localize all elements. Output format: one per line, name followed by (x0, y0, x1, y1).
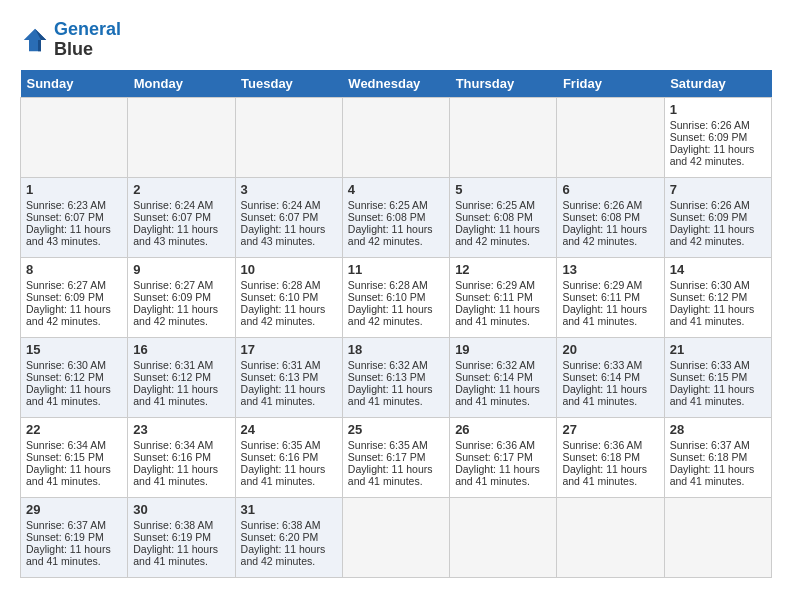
sunset-label: Sunset: 6:13 PM (241, 371, 319, 383)
calendar-cell: 11Sunrise: 6:28 AMSunset: 6:10 PMDayligh… (342, 257, 449, 337)
sunrise-label: Sunrise: 6:25 AM (348, 199, 428, 211)
calendar-cell (557, 97, 664, 177)
sunrise-label: Sunrise: 6:27 AM (26, 279, 106, 291)
sunrise-label: Sunrise: 6:30 AM (670, 279, 750, 291)
sunset-label: Sunset: 6:16 PM (241, 451, 319, 463)
sunrise-label: Sunrise: 6:24 AM (241, 199, 321, 211)
calendar-cell (21, 97, 128, 177)
sunset-label: Sunset: 6:07 PM (241, 211, 319, 223)
calendar-week-0: 1Sunrise: 6:26 AMSunset: 6:09 PMDaylight… (21, 97, 772, 177)
day-number: 8 (26, 262, 122, 277)
column-header-wednesday: Wednesday (342, 70, 449, 98)
calendar-week-2: 8Sunrise: 6:27 AMSunset: 6:09 PMDaylight… (21, 257, 772, 337)
day-number: 28 (670, 422, 766, 437)
calendar-cell: 1Sunrise: 6:23 AMSunset: 6:07 PMDaylight… (21, 177, 128, 257)
sunrise-label: Sunrise: 6:33 AM (670, 359, 750, 371)
day-number: 7 (670, 182, 766, 197)
sunrise-label: Sunrise: 6:26 AM (670, 119, 750, 131)
daylight-label: Daylight: 11 hours and 42 minutes. (670, 223, 755, 247)
calendar-cell: 16Sunrise: 6:31 AMSunset: 6:12 PMDayligh… (128, 337, 235, 417)
calendar-cell: 3Sunrise: 6:24 AMSunset: 6:07 PMDaylight… (235, 177, 342, 257)
column-header-monday: Monday (128, 70, 235, 98)
calendar-cell: 10Sunrise: 6:28 AMSunset: 6:10 PMDayligh… (235, 257, 342, 337)
sunset-label: Sunset: 6:12 PM (133, 371, 211, 383)
daylight-label: Daylight: 11 hours and 43 minutes. (241, 223, 326, 247)
sunrise-label: Sunrise: 6:29 AM (455, 279, 535, 291)
calendar-cell: 1Sunrise: 6:26 AMSunset: 6:09 PMDaylight… (664, 97, 771, 177)
sunset-label: Sunset: 6:09 PM (133, 291, 211, 303)
calendar-cell: 7Sunrise: 6:26 AMSunset: 6:09 PMDaylight… (664, 177, 771, 257)
calendar-cell (450, 97, 557, 177)
sunset-label: Sunset: 6:13 PM (348, 371, 426, 383)
day-number: 15 (26, 342, 122, 357)
logo: General Blue (20, 20, 121, 60)
calendar-cell (128, 97, 235, 177)
calendar-cell: 6Sunrise: 6:26 AMSunset: 6:08 PMDaylight… (557, 177, 664, 257)
sunrise-label: Sunrise: 6:36 AM (562, 439, 642, 451)
sunset-label: Sunset: 6:19 PM (133, 531, 211, 543)
daylight-label: Daylight: 11 hours and 42 minutes. (241, 543, 326, 567)
sunset-label: Sunset: 6:10 PM (348, 291, 426, 303)
daylight-label: Daylight: 11 hours and 43 minutes. (26, 223, 111, 247)
daylight-label: Daylight: 11 hours and 41 minutes. (133, 543, 218, 567)
calendar-cell (235, 97, 342, 177)
daylight-label: Daylight: 11 hours and 41 minutes. (241, 383, 326, 407)
sunset-label: Sunset: 6:07 PM (26, 211, 104, 223)
sunrise-label: Sunrise: 6:37 AM (670, 439, 750, 451)
sunrise-label: Sunrise: 6:37 AM (26, 519, 106, 531)
daylight-label: Daylight: 11 hours and 41 minutes. (562, 463, 647, 487)
calendar-cell: 31Sunrise: 6:38 AMSunset: 6:20 PMDayligh… (235, 497, 342, 577)
calendar-cell: 28Sunrise: 6:37 AMSunset: 6:18 PMDayligh… (664, 417, 771, 497)
sunrise-label: Sunrise: 6:28 AM (348, 279, 428, 291)
calendar-cell (342, 97, 449, 177)
daylight-label: Daylight: 11 hours and 41 minutes. (348, 383, 433, 407)
sunrise-label: Sunrise: 6:30 AM (26, 359, 106, 371)
calendar-week-5: 29Sunrise: 6:37 AMSunset: 6:19 PMDayligh… (21, 497, 772, 577)
sunrise-label: Sunrise: 6:35 AM (241, 439, 321, 451)
day-number: 4 (348, 182, 444, 197)
day-number: 17 (241, 342, 337, 357)
day-number: 16 (133, 342, 229, 357)
sunset-label: Sunset: 6:12 PM (670, 291, 748, 303)
calendar-cell: 24Sunrise: 6:35 AMSunset: 6:16 PMDayligh… (235, 417, 342, 497)
day-number: 12 (455, 262, 551, 277)
daylight-label: Daylight: 11 hours and 41 minutes. (455, 463, 540, 487)
calendar-cell (557, 497, 664, 577)
day-number: 13 (562, 262, 658, 277)
calendar-week-4: 22Sunrise: 6:34 AMSunset: 6:15 PMDayligh… (21, 417, 772, 497)
daylight-label: Daylight: 11 hours and 42 minutes. (670, 143, 755, 167)
calendar-cell: 21Sunrise: 6:33 AMSunset: 6:15 PMDayligh… (664, 337, 771, 417)
column-header-friday: Friday (557, 70, 664, 98)
daylight-label: Daylight: 11 hours and 41 minutes. (133, 383, 218, 407)
sunrise-label: Sunrise: 6:28 AM (241, 279, 321, 291)
day-number: 1 (26, 182, 122, 197)
calendar-cell: 27Sunrise: 6:36 AMSunset: 6:18 PMDayligh… (557, 417, 664, 497)
sunset-label: Sunset: 6:18 PM (670, 451, 748, 463)
page-header: General Blue (20, 20, 772, 60)
calendar-cell: 22Sunrise: 6:34 AMSunset: 6:15 PMDayligh… (21, 417, 128, 497)
daylight-label: Daylight: 11 hours and 41 minutes. (348, 463, 433, 487)
sunrise-label: Sunrise: 6:34 AM (133, 439, 213, 451)
daylight-label: Daylight: 11 hours and 41 minutes. (562, 383, 647, 407)
sunset-label: Sunset: 6:09 PM (26, 291, 104, 303)
sunset-label: Sunset: 6:09 PM (670, 131, 748, 143)
day-number: 25 (348, 422, 444, 437)
calendar-cell: 5Sunrise: 6:25 AMSunset: 6:08 PMDaylight… (450, 177, 557, 257)
sunset-label: Sunset: 6:08 PM (348, 211, 426, 223)
sunset-label: Sunset: 6:15 PM (26, 451, 104, 463)
sunset-label: Sunset: 6:19 PM (26, 531, 104, 543)
day-number: 31 (241, 502, 337, 517)
day-number: 21 (670, 342, 766, 357)
column-header-thursday: Thursday (450, 70, 557, 98)
calendar-cell: 4Sunrise: 6:25 AMSunset: 6:08 PMDaylight… (342, 177, 449, 257)
sunset-label: Sunset: 6:10 PM (241, 291, 319, 303)
daylight-label: Daylight: 11 hours and 41 minutes. (670, 303, 755, 327)
daylight-label: Daylight: 11 hours and 41 minutes. (670, 463, 755, 487)
day-number: 22 (26, 422, 122, 437)
day-number: 2 (133, 182, 229, 197)
daylight-label: Daylight: 11 hours and 42 minutes. (348, 223, 433, 247)
day-number: 5 (455, 182, 551, 197)
sunrise-label: Sunrise: 6:25 AM (455, 199, 535, 211)
calendar-table: SundayMondayTuesdayWednesdayThursdayFrid… (20, 70, 772, 578)
daylight-label: Daylight: 11 hours and 42 minutes. (348, 303, 433, 327)
